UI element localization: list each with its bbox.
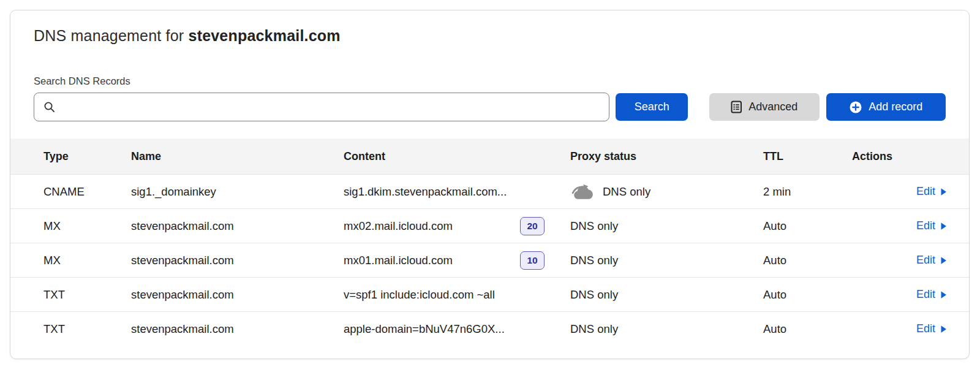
table-body: CNAME sig1._domainkey sig1.dkim.stevenpa…: [10, 174, 969, 346]
add-record-button-label: Add record: [869, 101, 922, 113]
record-proxy-cell: DNS only: [570, 322, 763, 336]
record-ttl: Auto: [763, 322, 852, 336]
table-row: MX stevenpackmail.com mx01.mail.icloud.c…: [10, 243, 969, 277]
edit-arrow-icon: [940, 325, 947, 333]
record-proxy-cell: DNS only: [570, 219, 763, 233]
table-row: TXT stevenpackmail.com apple-domain=bNuV…: [10, 311, 969, 346]
record-content: v=spf1 include:icloud.com ~all: [344, 288, 495, 302]
advanced-button-label: Advanced: [748, 101, 797, 113]
column-header-content: Content: [344, 150, 570, 163]
record-content: apple-domain=bNuV47n6G0X...: [344, 322, 505, 336]
search-button[interactable]: Search: [616, 93, 688, 121]
record-type: MX: [43, 219, 131, 233]
column-header-name: Name: [131, 150, 344, 163]
proxy-status-text: DNS only: [570, 219, 618, 233]
record-proxy-cell: DNS only: [570, 183, 763, 201]
record-content-cell: sig1.dkim.stevenpackmail.com...: [344, 185, 570, 199]
record-content: mx01.mail.icloud.com: [344, 254, 453, 267]
record-actions-cell: Edit: [852, 254, 947, 267]
edit-arrow-icon: [940, 188, 947, 196]
record-type: TXT: [43, 322, 131, 336]
record-ttl: Auto: [763, 288, 852, 302]
record-name: stevenpackmail.com: [131, 322, 344, 336]
table-row: MX stevenpackmail.com mx02.mail.icloud.c…: [10, 208, 969, 243]
add-record-button[interactable]: Add record: [826, 93, 946, 121]
search-label: Search DNS Records: [34, 75, 946, 87]
edit-arrow-icon: [940, 222, 947, 230]
proxy-status-text: DNS only: [570, 288, 618, 302]
edit-arrow-icon: [940, 291, 947, 299]
record-actions-cell: Edit: [852, 288, 947, 301]
table-header-row: Type Name Content Proxy status TTL Actio…: [10, 139, 969, 174]
controls-bar: Search Advanced Add record: [34, 93, 946, 121]
record-name: sig1._domainkey: [131, 185, 344, 199]
column-header-type: Type: [43, 150, 131, 163]
page-title: DNS management for stevenpackmail.com: [10, 10, 969, 45]
table-row: CNAME sig1._domainkey sig1.dkim.stevenpa…: [10, 174, 969, 208]
search-input[interactable]: [55, 93, 609, 121]
edit-button-label: Edit: [916, 254, 935, 267]
search-box: [34, 93, 609, 121]
record-name: stevenpackmail.com: [131, 288, 344, 302]
record-ttl: Auto: [763, 254, 852, 267]
column-header-proxy-status: Proxy status: [570, 150, 763, 163]
record-actions-cell: Edit: [852, 322, 947, 335]
advanced-list-icon: [731, 101, 742, 113]
proxy-status-text: DNS only: [603, 185, 650, 199]
plus-circle-icon: [849, 101, 862, 114]
edit-button-label: Edit: [916, 288, 935, 301]
record-content-cell: v=spf1 include:icloud.com ~all: [344, 288, 570, 302]
record-actions-cell: Edit: [852, 219, 947, 232]
dns-management-card: DNS management for stevenpackmail.com Se…: [10, 10, 970, 359]
record-content: sig1.dkim.stevenpackmail.com...: [344, 185, 507, 199]
record-ttl: 2 min: [763, 185, 852, 199]
edit-button-label: Edit: [916, 219, 935, 232]
record-content-cell: apple-domain=bNuV47n6G0X...: [344, 322, 570, 336]
record-content-cell: mx02.mail.icloud.com 20: [344, 217, 570, 235]
edit-button[interactable]: Edit: [916, 288, 947, 301]
record-type: MX: [43, 254, 131, 267]
domain-name: stevenpackmail.com: [189, 27, 341, 44]
proxy-status-text: DNS only: [570, 254, 618, 267]
edit-arrow-icon: [940, 256, 947, 265]
edit-button[interactable]: Edit: [916, 219, 947, 232]
dns-only-cloud-icon: [570, 183, 596, 201]
record-proxy-cell: DNS only: [570, 254, 763, 267]
search-icon: [43, 101, 55, 113]
advanced-button[interactable]: Advanced: [709, 93, 819, 121]
record-type: TXT: [43, 288, 131, 302]
record-content-cell: mx01.mail.icloud.com 10: [344, 251, 570, 270]
priority-badge: 20: [520, 217, 545, 235]
edit-button-label: Edit: [916, 322, 935, 335]
record-ttl: Auto: [763, 219, 852, 233]
priority-badge: 10: [520, 251, 545, 270]
proxy-status-text: DNS only: [570, 322, 618, 336]
edit-button-label: Edit: [916, 185, 935, 198]
page-title-prefix: DNS management for: [34, 27, 189, 44]
table-row: TXT stevenpackmail.com v=spf1 include:ic…: [10, 277, 969, 311]
record-proxy-cell: DNS only: [570, 288, 763, 302]
record-type: CNAME: [43, 185, 131, 199]
edit-button[interactable]: Edit: [916, 185, 947, 198]
column-header-actions: Actions: [852, 150, 947, 163]
column-header-ttl: TTL: [763, 150, 852, 163]
edit-button[interactable]: Edit: [916, 322, 947, 335]
record-name: stevenpackmail.com: [131, 219, 344, 233]
record-content: mx02.mail.icloud.com: [344, 219, 453, 233]
edit-button[interactable]: Edit: [916, 254, 947, 267]
record-actions-cell: Edit: [852, 185, 947, 198]
dns-records-table: Type Name Content Proxy status TTL Actio…: [10, 139, 969, 346]
record-name: stevenpackmail.com: [131, 254, 344, 267]
